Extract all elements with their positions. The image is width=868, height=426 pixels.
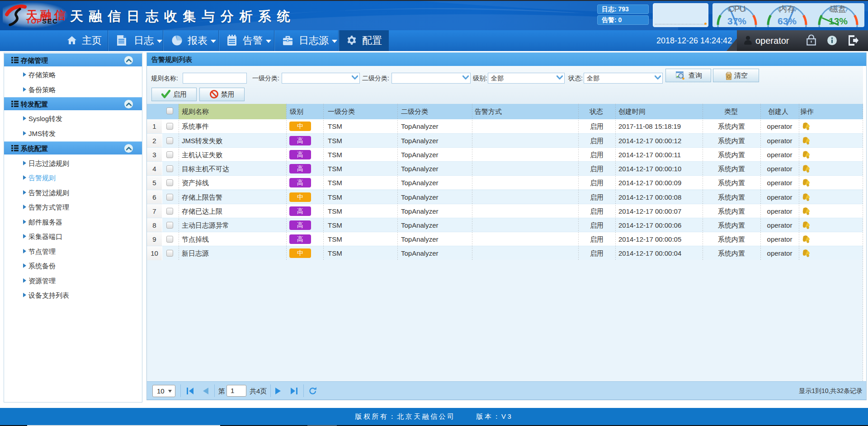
svg-text:磁盘: 磁盘 <box>830 5 846 14</box>
svg-text:37%: 37% <box>727 16 746 26</box>
svg-text:63%: 63% <box>778 16 797 26</box>
svg-text:CPU: CPU <box>728 5 745 14</box>
svg-text:13%: 13% <box>829 16 848 26</box>
svg-text:内存: 内存 <box>779 5 795 14</box>
